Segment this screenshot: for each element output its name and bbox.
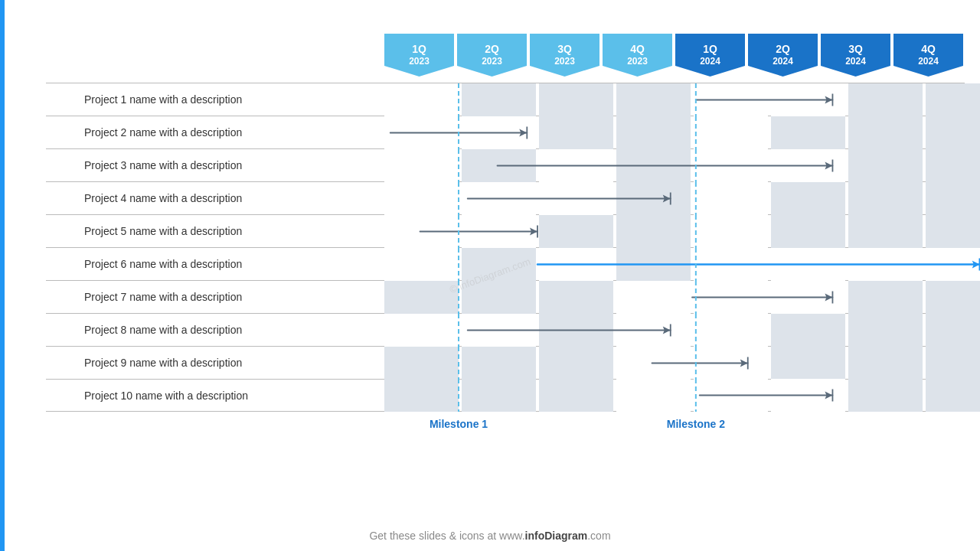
table-row: Project 9 name with a description: [46, 346, 965, 379]
project-label-4: Project 4 name with a description: [46, 192, 383, 204]
arrow-svg-10: [383, 379, 980, 412]
quarter-badge-7: 3Q2024: [821, 34, 890, 77]
project-label-5: Project 5 name with a description: [46, 225, 383, 237]
gantt-area-8: [383, 314, 980, 347]
milestone-labels: Milestone 1Milestone 2: [383, 418, 965, 436]
arrow-svg-1: [383, 83, 980, 116]
gantt-area-10: [383, 379, 980, 412]
project-label-3: Project 3 name with a description: [46, 159, 383, 171]
arrow-svg-4: [383, 182, 980, 215]
projects-container: Project 1 name with a descriptionProject…: [46, 83, 965, 412]
gantt-area-7: [383, 281, 980, 314]
project-label-6: Project 6 name with a description: [46, 258, 383, 270]
arrow-svg-3: [383, 149, 980, 182]
table-row: Project 8 name with a description: [46, 313, 965, 346]
project-label-8: Project 8 name with a description: [46, 324, 383, 336]
quarter-badge-1: 1Q2023: [384, 34, 454, 77]
arrow-svg-7: [383, 281, 980, 314]
table-row: Project 1 name with a description: [46, 83, 965, 116]
table-row: Project 10 name with a description: [46, 379, 965, 412]
header: [0, 0, 980, 34]
footer: Get these slides & icons at www.infoDiag…: [0, 530, 980, 542]
gantt-area-2: [383, 116, 980, 149]
table-row: Project 6 name with a description: [46, 247, 965, 280]
milestone-label: Milestone 1: [430, 418, 488, 430]
project-label-1: Project 1 name with a description: [46, 93, 383, 106]
gantt-area-4: [383, 182, 980, 215]
arrow-svg-6: [383, 248, 980, 281]
milestone-label: Milestone 2: [667, 418, 725, 430]
gantt-area-9: [383, 347, 980, 380]
project-label-7: Project 7 name with a description: [46, 291, 383, 303]
project-label-2: Project 2 name with a description: [46, 126, 383, 139]
table-row: Project 7 name with a description: [46, 280, 965, 313]
project-label-10: Project 10 name with a description: [46, 390, 383, 402]
gantt-area-6: [383, 248, 980, 281]
quarter-badge-8: 4Q2024: [893, 34, 963, 77]
timeline-table: 1Q20232Q20233Q20234Q20231Q20242Q20243Q20…: [46, 34, 965, 436]
arrow-svg-2: [383, 116, 980, 149]
quarter-badge-4: 4Q2023: [603, 34, 672, 77]
footer-text: Get these slides & icons at www.infoDiag…: [369, 530, 610, 542]
table-row: Project 2 name with a description: [46, 116, 965, 148]
quarter-badge-2: 2Q2023: [457, 34, 527, 77]
table-row: Project 4 name with a description: [46, 181, 965, 214]
arrow-svg-8: [383, 314, 980, 347]
quarter-badge-6: 2Q2024: [748, 34, 818, 77]
gantt-area-5: [383, 215, 980, 248]
content-area: 1Q20232Q20233Q20234Q20231Q20242Q20243Q20…: [0, 34, 980, 436]
arrow-svg-5: [383, 215, 980, 248]
table-row: Project 3 name with a description: [46, 148, 965, 181]
project-label-9: Project 9 name with a description: [46, 357, 383, 369]
gantt-area-1: [383, 83, 980, 116]
quarter-badge-3: 3Q2023: [530, 34, 599, 77]
quarter-badge-5: 1Q2024: [675, 34, 745, 77]
table-row: Project 5 name with a description: [46, 214, 965, 247]
arrow-svg-9: [383, 347, 980, 380]
quarters-row: 1Q20232Q20233Q20234Q20231Q20242Q20243Q20…: [383, 34, 965, 77]
gantt-area-3: [383, 149, 980, 182]
